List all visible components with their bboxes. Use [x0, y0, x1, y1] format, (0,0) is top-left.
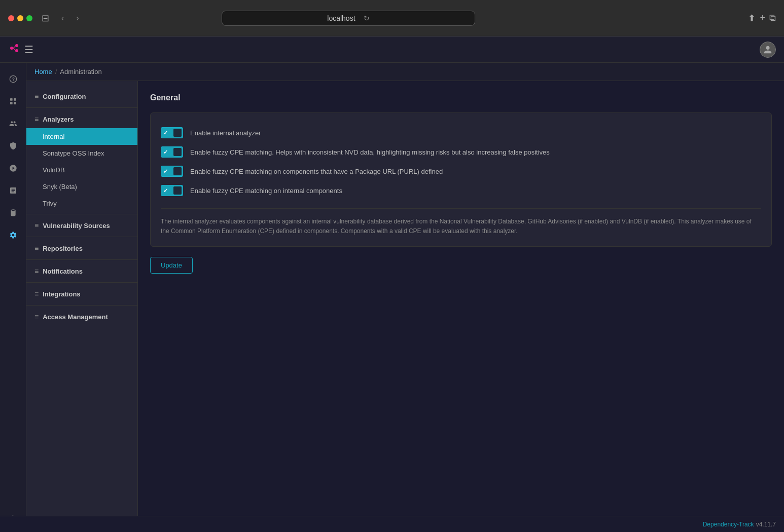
configuration-menu-icon: ≡ [34, 92, 39, 100]
sidebar-item-admin[interactable] [3, 225, 23, 245]
nav-item-sonatype[interactable]: Sonatype OSS Index [26, 145, 137, 162]
nav-item-trivy[interactable]: Trivy [26, 195, 137, 212]
sidebar-item-help[interactable]: ? [3, 69, 23, 89]
content-column: Home / Administration ≡ Configuration ≡ … [26, 63, 784, 532]
top-nav: ☰ [0, 36, 784, 63]
hamburger-button[interactable]: ☰ [24, 44, 33, 56]
toggle-knob-2 [173, 148, 182, 156]
divider-6 [26, 305, 137, 306]
reload-icon: ↻ [364, 14, 370, 22]
svg-rect-8 [14, 98, 16, 101]
traffic-lights [8, 15, 32, 21]
access-mgmt-menu-icon: ≡ [34, 313, 39, 321]
nav-item-internal[interactable]: Internal [26, 128, 137, 145]
toggle-row-2: ✓ Enable fuzzy CPE matching. Helps with … [161, 142, 761, 162]
svg-rect-7 [10, 98, 13, 101]
analyzer-description: The internal analyzer evaluates componen… [161, 208, 761, 236]
nav-section-configuration: ≡ Configuration [26, 87, 137, 105]
sidebar-item-users[interactable] [3, 113, 23, 134]
footer-brand: Dependency-Track [703, 521, 754, 528]
divider-4 [26, 259, 137, 260]
settings-card: ✓ Enable internal analyzer ✓ Enable fuzz… [150, 112, 772, 247]
toggle-label-3: Enable fuzzy CPE matching on components … [190, 168, 443, 175]
toggle-fuzzy-purl[interactable]: ✓ [161, 166, 183, 177]
toggle-fuzzy-internal[interactable]: ✓ [161, 185, 183, 196]
notifications-label: Notifications [43, 268, 83, 275]
divider-2 [26, 214, 137, 214]
svg-line-3 [13, 47, 15, 49]
sidebar-item-dashboard[interactable] [3, 91, 23, 111]
sidebar-item-security[interactable] [3, 136, 23, 156]
nav-section-analyzers: ≡ Analyzers Internal Sonatype OSS Index … [26, 110, 137, 212]
toggle-check-icon-4: ✓ [163, 187, 168, 194]
nav-notifications-header[interactable]: ≡ Notifications [26, 262, 137, 280]
maximize-button[interactable] [26, 15, 32, 21]
user-avatar[interactable] [760, 42, 776, 58]
nav-item-vulndb[interactable]: VulnDB [26, 162, 137, 178]
back-button[interactable]: ‹ [58, 12, 67, 25]
divider-1 [26, 107, 137, 108]
icon-sidebar: ? › [0, 63, 26, 532]
toggle-fuzzy-cpe[interactable]: ✓ [161, 146, 183, 158]
repositories-label: Repositories [43, 245, 83, 252]
nav-section-vuln-sources: ≡ Vulnerability Sources [26, 216, 137, 235]
toggle-check-icon-2: ✓ [163, 149, 168, 156]
toggle-knob-3 [173, 167, 182, 175]
close-button[interactable] [8, 15, 14, 21]
sidebar-item-audit[interactable] [3, 158, 23, 178]
svg-point-2 [15, 49, 18, 52]
minimize-button[interactable] [17, 15, 23, 21]
svg-text:?: ? [12, 77, 14, 82]
logo-icon [8, 42, 20, 57]
breadcrumb-current: Administration [60, 68, 101, 75]
browser-actions: ⬆ + ⧉ [748, 13, 776, 24]
nav-analyzers-header[interactable]: ≡ Analyzers [26, 110, 137, 128]
toggle-label-1: Enable internal analyzer [190, 129, 261, 137]
toggle-check-icon-3: ✓ [163, 168, 168, 175]
nav-configuration-header[interactable]: ≡ Configuration [26, 87, 137, 105]
update-button[interactable]: Update [150, 257, 193, 274]
nav-item-snyk[interactable]: Snyk (Beta) [26, 178, 137, 195]
repositories-menu-icon: ≡ [34, 244, 39, 252]
svg-point-1 [15, 44, 18, 47]
nav-section-access-mgmt: ≡ Access Management [26, 308, 137, 326]
tabs-button[interactable]: ⧉ [769, 13, 776, 24]
share-button[interactable]: ⬆ [748, 13, 756, 24]
content-wrapper: ≡ Configuration ≡ Analyzers Internal Son… [26, 81, 784, 532]
nav-section-notifications: ≡ Notifications [26, 262, 137, 280]
integrations-menu-icon: ≡ [34, 290, 39, 298]
svg-rect-9 [10, 102, 13, 104]
sidebar-item-database[interactable] [3, 203, 23, 223]
toggle-row-4: ✓ Enable fuzzy CPE matching on internal … [161, 181, 761, 200]
panel-title: General [150, 93, 772, 102]
toggle-knob-4 [173, 186, 182, 195]
footer: Dependency-Track v4.11.7 [0, 516, 784, 532]
new-tab-button[interactable]: + [760, 13, 765, 24]
svg-rect-10 [14, 102, 16, 104]
toggle-knob [173, 129, 182, 137]
browser-sidebar-toggle[interactable]: ⊟ [39, 11, 52, 26]
browser-chrome: ⊟ ‹ › localhost ↻ ⬆ + ⧉ [0, 0, 784, 36]
divider-3 [26, 237, 137, 237]
toggle-label-2: Enable fuzzy CPE matching. Helps with in… [190, 148, 550, 156]
address-text: localhost [327, 14, 355, 22]
nav-access-mgmt-header[interactable]: ≡ Access Management [26, 308, 137, 326]
vuln-sources-menu-icon: ≡ [34, 221, 39, 230]
address-bar[interactable]: localhost ↻ [222, 11, 475, 26]
nav-vuln-sources-header[interactable]: ≡ Vulnerability Sources [26, 216, 137, 235]
svg-line-4 [13, 48, 15, 50]
toggle-check-icon: ✓ [163, 130, 168, 136]
analyzers-label: Analyzers [43, 116, 74, 123]
sidebar-item-reports[interactable] [3, 180, 23, 201]
breadcrumb-separator: / [55, 68, 57, 75]
breadcrumb-home[interactable]: Home [34, 68, 52, 75]
notifications-menu-icon: ≡ [34, 267, 39, 275]
toggle-row-1: ✓ Enable internal analyzer [161, 123, 761, 142]
right-panel: General ✓ Enable internal analyzer ✓ [138, 81, 784, 532]
nav-integrations-header[interactable]: ≡ Integrations [26, 285, 137, 303]
toggle-internal-analyzer[interactable]: ✓ [161, 127, 183, 138]
nav-repositories-header[interactable]: ≡ Repositories [26, 239, 137, 257]
app-logo [8, 42, 20, 57]
forward-button[interactable]: › [73, 12, 82, 25]
vuln-sources-label: Vulnerability Sources [43, 222, 110, 230]
